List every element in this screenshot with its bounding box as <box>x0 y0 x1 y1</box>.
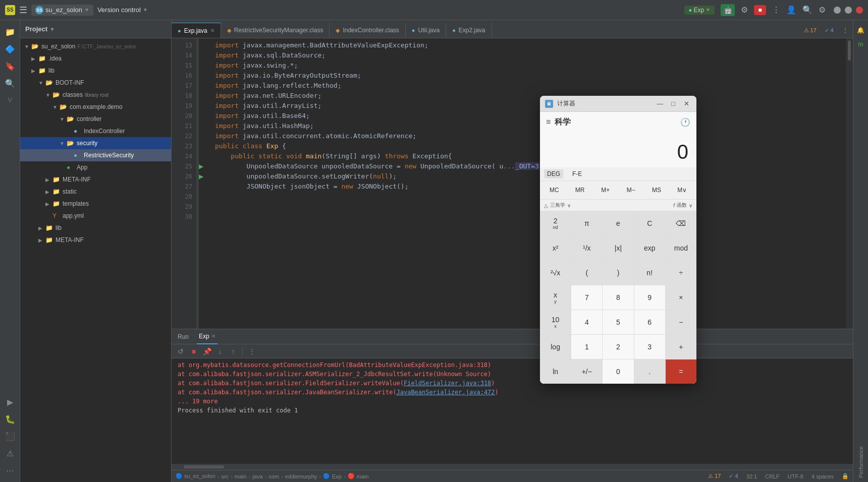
bottom-tab-exp-close[interactable]: ✕ <box>211 333 215 339</box>
calc-close[interactable]: ✕ <box>681 99 691 109</box>
calc-trig-label[interactable]: △ 三角学 ∨ <box>544 202 571 209</box>
more-run-icon[interactable]: ⋮ <box>247 346 257 356</box>
scroll-up-icon[interactable]: ↑ <box>228 346 238 356</box>
version-control-selector[interactable]: Version control ▼ <box>97 6 148 14</box>
bottom-tab-run[interactable]: Run <box>176 329 191 344</box>
problems-icon[interactable]: ⚠ <box>3 446 18 461</box>
project-icon[interactable]: 📁 <box>3 24 18 39</box>
tree-item-controller[interactable]: ▼ 📂 controller <box>20 113 171 125</box>
calc-key-backspace[interactable]: ⌫ <box>666 211 696 235</box>
calc-key-2nd[interactable]: 2nd <box>540 211 571 235</box>
bookmark-icon[interactable]: 🔖 <box>3 58 18 74</box>
calc-key-mod[interactable]: mod <box>666 236 696 260</box>
pin-icon[interactable]: 📌 <box>202 346 212 356</box>
calc-mplus-btn[interactable]: M+ <box>593 183 618 197</box>
tab-restrictive-class[interactable]: ◆ RestrictiveSecurityManager.class <box>221 23 330 38</box>
calc-key-negate[interactable]: +/− <box>571 359 602 384</box>
calc-menu-icon[interactable]: ≡ <box>546 117 551 127</box>
stop-icon[interactable]: ■ <box>754 5 766 15</box>
calc-key-multiply[interactable]: × <box>666 285 696 310</box>
performance-tab[interactable]: Performance <box>858 446 864 478</box>
calc-key-clear[interactable]: C <box>634 211 665 235</box>
more-icon[interactable]: ⋮ <box>772 5 780 15</box>
calc-key-divide[interactable]: ÷ <box>666 261 696 285</box>
profile-icon[interactable]: 👤 <box>786 5 796 15</box>
calc-key-abs[interactable]: |x| <box>603 236 633 260</box>
tab-exp2-java[interactable]: ● Exp2.java <box>446 23 492 38</box>
minimize-button[interactable] <box>834 7 841 14</box>
calc-key-10x[interactable]: 10x <box>540 310 571 334</box>
calc-fe-btn[interactable]: F-E <box>569 169 585 178</box>
calc-mminus-btn[interactable]: M− <box>619 183 643 197</box>
tree-item-lib-top[interactable]: ▶ 📁 lib <box>20 65 171 77</box>
calc-key-factorial[interactable]: n! <box>634 261 665 285</box>
settings-icon[interactable]: ⚙ <box>741 5 748 15</box>
status-warnings[interactable]: ⚠ 17 <box>708 473 721 479</box>
calc-history-icon[interactable]: 🕐 <box>680 117 690 127</box>
code-content[interactable]: import javax.management.BadAttributeValu… <box>209 38 846 329</box>
tree-item-restrictivesecurity[interactable]: ● RestrictiveSecurity <box>20 149 171 161</box>
structure-icon[interactable]: 🔷 <box>3 41 18 56</box>
tab-exp-java[interactable]: ● Exp.java ✕ <box>172 23 221 38</box>
debug-icon[interactable]: 🐛 <box>3 411 18 427</box>
tree-item-com-example[interactable]: ▼ 📂 com.example.demo <box>20 101 171 113</box>
project-switcher[interactable]: SS su_ez_solon ▼ <box>31 5 93 16</box>
calc-key-0[interactable]: 0 <box>603 359 633 384</box>
calc-key-8[interactable]: 8 <box>603 285 633 310</box>
tab-more-button[interactable]: ⋮ <box>838 23 853 38</box>
tree-item-classes[interactable]: ▼ 📂 classes library root <box>20 89 171 101</box>
tree-item-security[interactable]: ▼ 📂 security <box>20 137 171 149</box>
calc-ms-btn[interactable]: MS <box>644 183 669 197</box>
tab-close-exp[interactable]: ✕ <box>210 28 214 33</box>
code-scrollbar[interactable] <box>846 38 853 329</box>
tree-item-boot-inf[interactable]: ▼ 📂 BOOT-INF <box>20 77 171 89</box>
calc-key-4[interactable]: 4 <box>571 310 602 334</box>
calc-key-equals[interactable]: = <box>666 359 696 384</box>
calc-key-9[interactable]: 9 <box>634 285 665 310</box>
calc-key-7[interactable]: 7 <box>571 285 602 310</box>
console-link[interactable]: FieldSerializer.java:318 <box>404 380 491 387</box>
calc-mv-btn[interactable]: M∨ <box>670 183 694 197</box>
console-link[interactable]: JavaBeanSerializer.java:472 <box>396 389 495 396</box>
calc-key-rparen[interactable]: ) <box>603 261 633 285</box>
calc-minimize[interactable]: — <box>655 99 665 109</box>
calc-maximize[interactable]: □ <box>668 99 678 109</box>
status-indent[interactable]: 4 spaces <box>811 473 834 479</box>
calc-key-recip[interactable]: ¹/x <box>571 236 602 260</box>
calc-key-5[interactable]: 5 <box>603 310 633 334</box>
tab-index-class[interactable]: ◆ IndexController.class <box>330 23 405 38</box>
tree-item-meta-inf-inner[interactable]: ▶ 📁 META-INF <box>20 173 171 186</box>
tree-item-app[interactable]: ● App <box>20 161 171 173</box>
stop-run-icon[interactable]: ■ <box>189 346 199 356</box>
tree-item-app-yml[interactable]: Y app.yml <box>20 210 171 222</box>
calc-key-xy[interactable]: xy <box>540 285 571 310</box>
tree-item-static[interactable]: ▶ 📁 static <box>20 186 171 198</box>
status-line-ending[interactable]: CRLF <box>765 473 780 479</box>
calc-key-pi[interactable]: π <box>571 211 602 235</box>
calc-key-x2[interactable]: x² <box>540 236 571 260</box>
git-icon[interactable]: ⑂ <box>3 93 18 108</box>
find-icon[interactable]: 🔍 <box>3 76 18 91</box>
calc-mr-btn[interactable]: MR <box>568 183 592 197</box>
calc-fn-label[interactable]: f 函数 ∨ <box>673 202 692 209</box>
calc-key-1[interactable]: 1 <box>571 335 602 359</box>
calc-key-decimal[interactable]: . <box>634 359 665 384</box>
run-icon[interactable]: ▶ <box>3 394 18 409</box>
calc-key-lparen[interactable]: ( <box>571 261 602 285</box>
exp-icon[interactable]: ● Exp ▼ <box>684 6 715 15</box>
tree-item-idea[interactable]: ▶ 📁 .idea <box>20 52 171 65</box>
calc-key-6[interactable]: 6 <box>634 310 665 334</box>
search-icon[interactable]: 🔍 <box>802 5 812 15</box>
ai-icon[interactable]: m <box>855 38 867 50</box>
rerun-icon[interactable]: ↺ <box>176 346 186 356</box>
calc-key-ln[interactable]: ln <box>540 359 571 384</box>
more-tools-icon[interactable]: ⋯ <box>3 463 18 478</box>
notifications-icon[interactable]: 🔔 <box>855 24 867 36</box>
copilot-icon[interactable]: 🤖 <box>721 4 735 16</box>
close-button[interactable] <box>856 7 863 14</box>
tree-item-indexcontroller[interactable]: ● IndexController <box>20 125 171 137</box>
bottom-tab-exp[interactable]: Exp ✕ <box>197 329 218 344</box>
hamburger-menu[interactable]: ☰ <box>19 5 27 16</box>
tree-item-root[interactable]: ▼ 📂 su_ez_solon F:\CTF_Java\su_ez_solon <box>20 40 171 52</box>
calc-key-add[interactable]: + <box>666 335 696 359</box>
